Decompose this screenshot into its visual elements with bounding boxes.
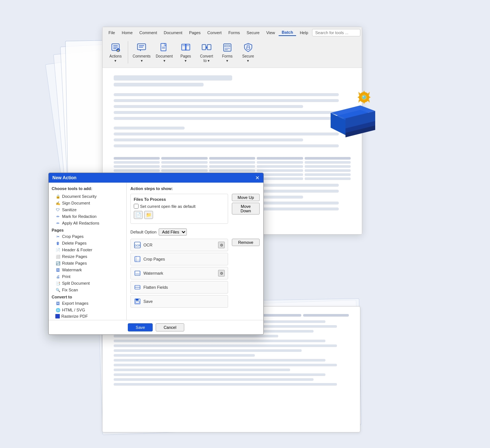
- table-cell: [209, 165, 255, 168]
- ocr-settings-button[interactable]: ⚙: [218, 242, 225, 248]
- default-option-row: Default Option Add Files: [130, 228, 260, 236]
- ocr-label: OCR: [143, 243, 152, 247]
- tree-item-header-footer[interactable]: 📄 Header & Footer: [49, 246, 126, 253]
- doc-line-subtitle: [114, 83, 204, 86]
- checkbox-row: Set current open file as default: [134, 204, 225, 209]
- apply-redactions-icon: ✏: [55, 220, 61, 226]
- set-current-file-checkbox[interactable]: [134, 204, 139, 209]
- tab-home[interactable]: Home: [119, 30, 136, 36]
- action-steps-list: OCR OCR ⚙ Crop Pages: [130, 239, 228, 308]
- tab-pages[interactable]: Pages: [186, 30, 204, 36]
- files-to-process: Files To Process Set current open file a…: [130, 194, 228, 224]
- dialog-close-button[interactable]: ✕: [255, 175, 260, 180]
- tree-item-resize-pages[interactable]: ⬜ Resize Pages: [49, 253, 126, 260]
- dialog-cancel-button[interactable]: Cancel: [156, 323, 184, 331]
- tree-item-split-document[interactable]: 📑 Split Document: [49, 280, 126, 287]
- tab-secure[interactable]: Secure: [244, 30, 263, 36]
- ribbon-tool-actions[interactable]: ⚡ Actions▾: [106, 40, 126, 65]
- move-up-button[interactable]: Move Up: [232, 194, 260, 201]
- print-icon: 🖨: [55, 274, 61, 279]
- comments-icon: [136, 42, 147, 53]
- svg-rect-20: [225, 45, 230, 47]
- dialog-body: Choose tools to add: 🔒 Document Security…: [49, 183, 263, 320]
- tree-item-delete-pages[interactable]: 🗑 Delete Pages: [49, 240, 126, 246]
- document-icon: [158, 42, 170, 53]
- watermark-label: Watermark: [143, 271, 163, 275]
- crop-pages-label: Crop Pages: [143, 257, 165, 261]
- ribbon-tool-secure[interactable]: Secure▾: [238, 40, 258, 65]
- ribbon-tools-bar: ⚡ Actions▾ Comments▾: [103, 37, 362, 68]
- tree-item-sign-document[interactable]: ✍ Sign Document: [49, 200, 126, 206]
- ribbon-tool-convert[interactable]: Convertto ▾: [197, 40, 217, 65]
- comments-label: Comments▾: [133, 54, 150, 63]
- default-option-label: Default Option: [130, 230, 156, 234]
- action-step-save[interactable]: Save: [130, 295, 228, 308]
- add-folder-icon-button[interactable]: 📁: [144, 211, 153, 219]
- ribbon-tool-forms[interactable]: Forms▾: [217, 40, 237, 65]
- tree-item-fix-scan[interactable]: 🔍 Fix Scan: [49, 287, 126, 293]
- default-option-select[interactable]: Add Files: [159, 228, 187, 236]
- tree-item-export-images[interactable]: 🖼 Export Images: [49, 300, 126, 307]
- tree-item-print[interactable]: 🖨 Print: [49, 273, 126, 280]
- left-panel-title: Choose tools to add:: [49, 186, 126, 193]
- action-step-ocr[interactable]: OCR OCR ⚙: [130, 239, 228, 251]
- action-step-watermark[interactable]: WM Watermark ⚙: [130, 267, 228, 279]
- tab-convert[interactable]: Convert: [204, 30, 225, 36]
- files-section-container: Files To Process Set current open file a…: [130, 194, 260, 224]
- tree-item-extract-text[interactable]: 📝 Extract Text: [49, 319, 126, 320]
- table-cell: [209, 161, 255, 164]
- ribbon-tool-pages[interactable]: Pages▾: [176, 40, 196, 65]
- tree-item-sanitize[interactable]: 🛡 Sanitize: [49, 206, 126, 213]
- dialog-save-button[interactable]: Save: [128, 323, 153, 331]
- table-cell: [161, 169, 207, 172]
- tree-item-crop-pages[interactable]: ✂ Crop Pages: [49, 233, 126, 240]
- ribbon-search-input[interactable]: [312, 29, 360, 36]
- move-down-button[interactable]: Move Down: [232, 203, 260, 215]
- tree-item-rasterize-pdf[interactable]: Rasterize PDF: [49, 313, 126, 319]
- tree-item-mark-redaction[interactable]: ✏ Mark for Redaction: [49, 213, 126, 220]
- tab-batch[interactable]: Batch: [279, 29, 296, 36]
- table-cell: [161, 161, 207, 164]
- tab-forms[interactable]: Forms: [225, 30, 243, 36]
- add-file-icon-button[interactable]: 📄: [134, 211, 143, 219]
- table-cell: [257, 165, 303, 168]
- tree-item-html-svg[interactable]: 🌐 HTML / SVG: [49, 307, 126, 313]
- action-steps-container: OCR OCR ⚙ Crop Pages: [130, 239, 260, 308]
- dialog-title: New Action: [52, 175, 77, 180]
- pages-icon: [180, 42, 192, 53]
- action-step-flatten[interactable]: Flatten Fields: [130, 281, 228, 294]
- tree-item-apply-redactions[interactable]: ✏ Apply All Redactions: [49, 220, 126, 226]
- rasterize-icon: [55, 314, 60, 318]
- remove-button[interactable]: Remove: [232, 239, 260, 246]
- tab-view[interactable]: View: [263, 30, 278, 36]
- tab-file[interactable]: File: [106, 30, 118, 36]
- actions-label: Actions▾: [110, 54, 122, 63]
- tree-item-rotate-pages[interactable]: 🔃 Rotate Pages: [49, 260, 126, 266]
- watermark-settings-button[interactable]: ⚙: [218, 270, 225, 277]
- side-buttons-group: Move Up Move Down: [232, 194, 260, 216]
- fix-scan-icon: 🔍: [55, 287, 61, 292]
- doc-line-5: [114, 117, 339, 120]
- tree-item-document-security[interactable]: 🔒 Document Security: [49, 193, 126, 200]
- action-step-crop[interactable]: Crop Pages: [130, 253, 228, 265]
- svg-text:⚡: ⚡: [116, 49, 120, 52]
- table-cell: [114, 157, 160, 160]
- ribbon-tool-document[interactable]: Document▾: [153, 40, 175, 65]
- group-label-pages: Pages: [49, 226, 126, 233]
- tab-help[interactable]: Help: [297, 30, 311, 36]
- watermark-icon: 🖼: [55, 267, 61, 272]
- table-cell: [257, 161, 303, 164]
- table-cell: [209, 157, 255, 160]
- ribbon-tool-comments[interactable]: Comments▾: [130, 40, 153, 65]
- svg-point-27: [363, 96, 364, 97]
- remove-button-container: Remove: [232, 239, 260, 248]
- flatten-step-icon: [134, 284, 141, 291]
- tab-comment[interactable]: Comment: [136, 30, 160, 36]
- flatten-fields-label: Flatten Fields: [143, 285, 168, 290]
- doc-line-6: [114, 127, 185, 130]
- tab-document[interactable]: Document: [161, 30, 185, 36]
- tree-item-watermark[interactable]: 🖼 Watermark: [49, 266, 126, 273]
- right-panel-title: Action steps to show:: [130, 186, 260, 191]
- forms-icon: [221, 42, 233, 53]
- right-panel: Action steps to show: Files To Process S…: [127, 183, 263, 320]
